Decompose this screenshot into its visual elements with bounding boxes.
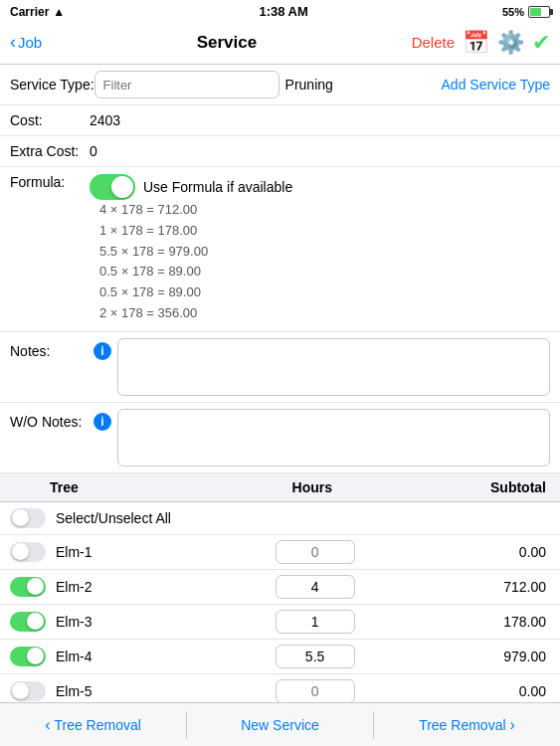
select-all-row[interactable]: Select/Unselect All	[0, 502, 560, 535]
subtotal-elm-2: 712.00	[406, 579, 550, 595]
add-service-button[interactable]: Add Service Type	[442, 77, 550, 93]
notes-textarea[interactable]	[117, 338, 550, 396]
tab-right-label: Tree Removal	[419, 717, 505, 733]
calendar-icon[interactable]: 📅	[463, 30, 489, 56]
hours-input-elm-2[interactable]	[276, 575, 355, 599]
service-type-row: Service Type: Pruning Add Service Type	[0, 65, 560, 105]
cost-value: 2403	[90, 112, 120, 128]
checkmark-icon[interactable]: ✔	[532, 30, 550, 56]
notes-row: Notes: i	[0, 332, 560, 403]
formula-calculations: 4 × 178 = 712.001 × 178 = 178.005.5 × 17…	[99, 200, 292, 324]
tab-left-label: Tree Removal	[54, 717, 140, 733]
formula-calc-line: 0.5 × 178 = 89.00	[99, 262, 292, 282]
formula-calc-line: 1 × 178 = 178.00	[99, 221, 292, 242]
notes-info-icon[interactable]: i	[93, 342, 111, 360]
notes-label: Notes:	[10, 343, 90, 359]
status-bar: Carrier ▲ 1:38 AM 55%	[0, 0, 560, 21]
tree-name-elm-4: Elm-4	[56, 649, 224, 664]
tree-row-toggle-elm-1[interactable]	[10, 542, 46, 562]
tree-name-elm-3: Elm-3	[56, 614, 224, 630]
wo-notes-info-icon[interactable]: i	[93, 413, 111, 431]
wo-notes-row: W/O Notes: i	[0, 403, 560, 473]
table-row: Elm-3178.00	[0, 605, 560, 640]
subtotal-elm-3: 178.00	[406, 614, 550, 630]
service-type-label: Service Type:	[10, 77, 94, 93]
tree-name-elm-5: Elm-5	[56, 683, 224, 699]
battery-icon	[528, 6, 550, 18]
tab-left[interactable]: ‹ Tree Removal	[0, 716, 186, 734]
hours-input-elm-4[interactable]	[276, 645, 355, 668]
col-tree-header: Tree	[10, 479, 220, 495]
formula-calc-line: 0.5 × 178 = 89.00	[99, 282, 292, 303]
delete-button[interactable]: Delete	[412, 34, 455, 51]
filter-input[interactable]	[94, 71, 280, 98]
formula-calc-line: 2 × 178 = 356.00	[99, 303, 292, 324]
select-all-toggle[interactable]	[10, 508, 46, 528]
table-row: Elm-4979.00	[0, 640, 560, 674]
nav-bar: ‹ Job Service Delete 📅 ⚙️ ✔	[0, 21, 560, 65]
tree-row-toggle-elm-2[interactable]	[10, 577, 46, 597]
wifi-icon: ▲	[53, 5, 65, 19]
formula-toggle[interactable]	[90, 174, 135, 200]
subtotal-elm-1: 0.00	[406, 544, 550, 560]
wo-notes-textarea[interactable]	[117, 409, 550, 466]
hours-input-elm-1[interactable]	[276, 540, 355, 564]
extra-cost-label: Extra Cost:	[10, 143, 90, 159]
settings-icon[interactable]: ⚙️	[497, 30, 524, 56]
extra-cost-row: Extra Cost: 0	[0, 136, 560, 167]
formula-label: Formula:	[10, 174, 90, 190]
extra-cost-value: 0	[90, 143, 97, 159]
tree-row-toggle-elm-3[interactable]	[10, 612, 46, 632]
tree-name-elm-2: Elm-2	[56, 579, 224, 595]
col-subtotal-header: Subtotal	[404, 479, 550, 495]
hours-input-elm-5[interactable]	[276, 679, 355, 703]
tree-name-elm-1: Elm-1	[56, 544, 224, 560]
tab-right-chevron-icon: ›	[510, 716, 515, 734]
service-type-value: Pruning	[285, 77, 438, 93]
formula-calc-line: 5.5 × 178 = 979.00	[99, 242, 292, 263]
wo-notes-label: W/O Notes:	[10, 414, 90, 430]
back-label: Job	[18, 34, 42, 51]
tab-right[interactable]: Tree Removal ›	[374, 716, 560, 734]
formula-calc-line: 4 × 178 = 712.00	[99, 200, 292, 221]
tab-left-chevron-icon: ‹	[45, 716, 50, 734]
tab-center[interactable]: New Service	[187, 717, 373, 733]
cost-row: Cost: 2403	[0, 105, 560, 136]
table-row: Elm-2712.00	[0, 570, 560, 605]
carrier-label: Carrier	[10, 5, 49, 19]
tree-row-toggle-elm-5[interactable]	[10, 681, 46, 701]
cost-label: Cost:	[10, 112, 90, 128]
tab-bar: ‹ Tree Removal New Service Tree Removal …	[0, 702, 560, 746]
status-time: 1:38 AM	[259, 4, 307, 19]
subtotal-elm-5: 0.00	[406, 683, 550, 699]
col-hours-header: Hours	[220, 479, 404, 495]
select-all-label: Select/Unselect All	[56, 510, 171, 526]
formula-row: Formula: Use Formula if available 4 × 17…	[0, 167, 560, 332]
battery-percent: 55%	[502, 6, 524, 18]
tab-center-label: New Service	[241, 717, 319, 733]
table-header: Tree Hours Subtotal	[0, 473, 560, 502]
nav-title: Service	[197, 33, 258, 53]
hours-input-elm-3[interactable]	[276, 610, 355, 634]
formula-toggle-label: Use Formula if available	[143, 179, 292, 195]
tree-row-toggle-elm-4[interactable]	[10, 647, 46, 666]
back-button[interactable]: ‹ Job	[10, 32, 42, 53]
nav-actions: Delete 📅 ⚙️ ✔	[412, 30, 550, 56]
table-row: Elm-10.00	[0, 535, 560, 570]
back-chevron-icon: ‹	[10, 32, 16, 53]
subtotal-elm-4: 979.00	[406, 649, 550, 664]
